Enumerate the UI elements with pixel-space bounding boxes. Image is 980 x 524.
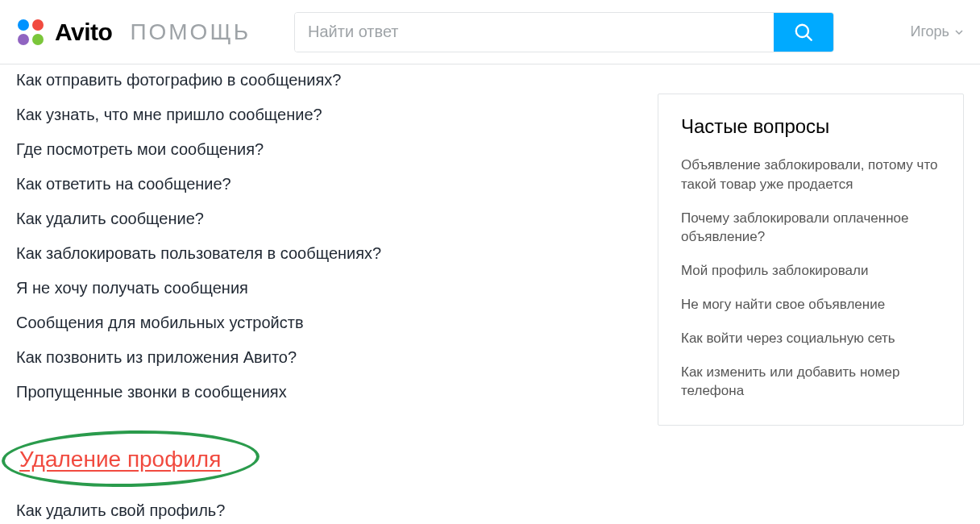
svg-line-1: [807, 35, 812, 40]
faq-link[interactable]: Как узнать, что мне пришло сообщение?: [16, 98, 625, 132]
brand-name: Avito: [55, 19, 112, 46]
sidebar: Частые вопросы Объявление заблокировали,…: [658, 94, 964, 524]
section-heading-delete-profile[interactable]: Удаление профиля: [16, 442, 224, 477]
avito-dots-icon: [16, 18, 45, 47]
faq-link[interactable]: Где посмотреть мои сообщения?: [16, 132, 625, 167]
faq-link[interactable]: Как заблокировать пользователя в сообщен…: [16, 236, 625, 271]
sidebar-link[interactable]: Как изменить или добавить номер телефона: [681, 363, 941, 401]
site-header: Avito помощь Игорь: [0, 0, 980, 64]
faq-link[interactable]: Как позвонить из приложения Авито?: [16, 340, 625, 375]
sidebar-link[interactable]: Не могу найти свое объявление: [681, 295, 941, 314]
card-title: Частые вопросы: [681, 115, 941, 138]
chevron-down-icon: [954, 27, 964, 37]
search-button[interactable]: [774, 13, 833, 52]
sidebar-link[interactable]: Как войти через социальную сеть: [681, 329, 941, 348]
search-icon: [793, 22, 814, 43]
card-list: Объявление заблокировали, потому что так…: [681, 156, 941, 401]
faq-link[interactable]: Как ответить на сообщение?: [16, 167, 625, 202]
faq-link[interactable]: Пропущенные звонки в сообщениях: [16, 375, 625, 410]
user-menu[interactable]: Игорь: [910, 23, 964, 40]
frequent-questions-card: Частые вопросы Объявление заблокировали,…: [658, 94, 964, 426]
help-label: помощь: [130, 19, 251, 45]
faq-link[interactable]: Как удалить сообщение?: [16, 202, 625, 236]
faq-list: Как отправить фотографию в сообщениях? К…: [16, 64, 625, 410]
sidebar-link[interactable]: Мой профиль заблокировали: [681, 261, 941, 281]
sidebar-link[interactable]: Почему заблокировали оплаченное объявлен…: [681, 209, 941, 247]
faq-link[interactable]: Как отправить фотографию в сообщениях?: [16, 64, 625, 98]
main-content: Как отправить фотографию в сообщениях? К…: [0, 64, 980, 524]
search-box: [294, 12, 834, 52]
section-faq-list: Как удалить свой профиль?: [16, 495, 625, 524]
search-input[interactable]: [295, 13, 774, 52]
left-column: Как отправить фотографию в сообщениях? К…: [16, 64, 625, 524]
highlighted-section: Удаление профиля: [16, 442, 224, 477]
faq-link[interactable]: Как удалить свой профиль?: [16, 495, 625, 524]
sidebar-link[interactable]: Объявление заблокировали, потому что так…: [681, 156, 941, 194]
logo[interactable]: Avito помощь: [16, 18, 251, 47]
faq-link[interactable]: Я не хочу получать сообщения: [16, 271, 625, 306]
faq-link[interactable]: Сообщения для мобильных устройств: [16, 306, 625, 340]
user-name: Игорь: [910, 23, 949, 40]
